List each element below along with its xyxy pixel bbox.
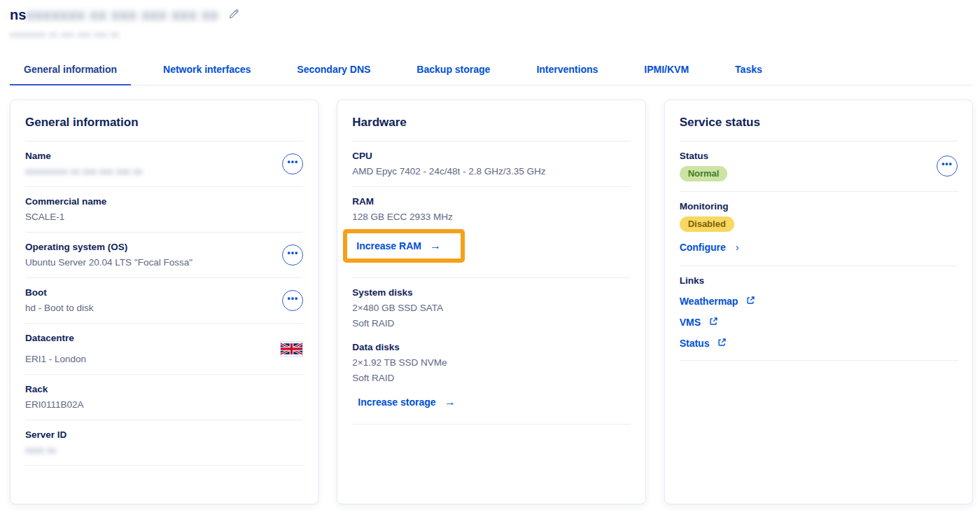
operating-system-row: Operating system (OS) Ubuntu Server 20.0… — [25, 233, 303, 277]
divider — [352, 424, 630, 425]
commercial-name-value: SCALE-1 — [25, 212, 64, 222]
hardware-title: Hardware — [352, 116, 630, 130]
increase-ram-label: Increase RAM — [356, 240, 421, 251]
operating-system-menu-button[interactable]: ••• — [282, 244, 303, 266]
page-title-prefix: ns — [10, 7, 26, 23]
status-label: Status — [680, 151, 708, 161]
page-title: nsxxxxxxx xx xxx xxx xxx xx — [10, 7, 219, 23]
status-badge: Normal — [680, 166, 728, 181]
tab-ipmi-kvm[interactable]: IPMI/KVM — [630, 57, 703, 85]
weathermap-link[interactable]: Weathermap — [680, 296, 756, 307]
status-menu-button[interactable]: ••• — [937, 156, 958, 177]
datacentre-row: Datacentre ERI1 - London — [25, 324, 303, 374]
monitoring-badge: Disabled — [680, 216, 734, 232]
boot-menu-button[interactable]: ••• — [282, 290, 303, 311]
system-disks-raid: Soft RAID — [352, 318, 394, 329]
tab-backup-storage[interactable]: Backup storage — [402, 57, 504, 85]
service-status-title: Service status — [680, 116, 958, 130]
boot-label: Boot — [25, 287, 47, 298]
name-menu-button[interactable]: ••• — [282, 153, 303, 174]
cpu-row: CPU AMD Epyc 7402 - 24c/48t - 2.8 GHz/3.… — [352, 142, 630, 186]
data-disks-label: Data disks — [352, 342, 400, 352]
system-disks-value: 2×480 GB SSD SATA — [352, 303, 443, 313]
cards-row: General information Name xxxxxxxxx xx xx… — [10, 99, 973, 504]
cpu-label: CPU — [352, 151, 372, 161]
uk-flag-icon — [280, 341, 303, 357]
general-information-card: General information Name xxxxxxxxx xx xx… — [10, 99, 318, 504]
external-link-icon — [718, 338, 727, 349]
configure-link[interactable]: Configure › — [680, 241, 739, 253]
datacentre-label: Datacentre — [25, 333, 74, 343]
rack-row: Rack ERI0111B02A — [25, 375, 303, 420]
external-link-icon — [746, 296, 755, 307]
page-header: nsxxxxxxx xx xxx xxx xxx xx — [10, 7, 973, 23]
vms-link[interactable]: VMS — [680, 317, 718, 328]
monitoring-label: Monitoring — [680, 201, 729, 212]
tab-network-interfaces[interactable]: Network interfaces — [149, 57, 265, 85]
rack-label: Rack — [25, 384, 48, 394]
links-label: Links — [680, 275, 704, 286]
server-id-label: Server ID — [25, 429, 66, 440]
monitoring-row: Monitoring Disabled Configure › — [680, 192, 958, 266]
status-link[interactable]: Status — [680, 338, 727, 349]
vms-label: VMS — [680, 317, 701, 328]
tab-tasks[interactable]: Tasks — [721, 57, 776, 85]
chevron-right-icon: › — [736, 241, 739, 253]
tab-general-information[interactable]: General information — [10, 57, 131, 85]
page-subtitle: xxxxxxxx xx xxx xxx xxx xx — [10, 30, 973, 39]
service-status-card: Service status Status Normal ••• Monitor… — [664, 99, 973, 504]
tab-interventions[interactable]: Interventions — [522, 57, 612, 85]
tab-secondary-dns[interactable]: Secondary DNS — [283, 57, 384, 85]
data-disks-value: 2×1.92 TB SSD NVMe — [352, 357, 447, 368]
system-disks-row: System disks 2×480 GB SSD SATA Soft RAID — [352, 278, 630, 333]
increase-storage-row: Increase storage → — [352, 386, 630, 424]
links-section: Links Weathermap VMS — [680, 266, 958, 360]
rack-value: ERI0111B02A — [25, 399, 84, 410]
increase-storage-link[interactable]: Increase storage → — [358, 396, 455, 408]
commercial-name-label: Commercial name — [25, 196, 106, 207]
data-disks-row: Data disks 2×1.92 TB SSD NVMe Soft RAID — [352, 333, 630, 386]
page-title-redacted: xxxxxxx xx xxx xxx xxx xx — [26, 7, 218, 23]
tab-bar: General information Network interfaces S… — [10, 57, 973, 85]
page-subtitle-redacted: xxxxxxxx xx xxx xxx xxx xx — [10, 30, 120, 39]
ram-label: RAM — [352, 196, 374, 207]
server-id-value-redacted: xxxx xx — [25, 445, 56, 455]
weathermap-label: Weathermap — [680, 296, 738, 307]
operating-system-label: Operating system (OS) — [25, 242, 127, 252]
ellipsis-icon: ••• — [288, 295, 299, 302]
divider — [25, 465, 303, 466]
status-row: Status Normal ••• — [680, 142, 958, 191]
datacentre-value: ERI1 - London — [25, 354, 86, 364]
right-arrow-icon: → — [444, 396, 456, 408]
increase-ram-highlight-box: Increase RAM → — [343, 229, 465, 263]
name-value-redacted: xxxxxxxxx xx xxx xxx xxx xx — [25, 166, 142, 177]
name-label: Name — [25, 151, 51, 161]
boot-row: Boot hd - Boot to disk ••• — [25, 278, 303, 323]
increase-storage-label: Increase storage — [358, 397, 435, 408]
status-link-label: Status — [680, 338, 710, 349]
hardware-card: Hardware CPU AMD Epyc 7402 - 24c/48t - 2… — [337, 99, 645, 504]
boot-value: hd - Boot to disk — [25, 303, 94, 313]
ellipsis-icon: ••• — [941, 160, 953, 167]
commercial-name-row: Commercial name SCALE-1 — [25, 187, 303, 232]
system-disks-label: System disks — [352, 287, 412, 298]
cpu-value: AMD Epyc 7402 - 24c/48t - 2.8 GHz/3.35 G… — [352, 166, 545, 177]
ellipsis-icon: ••• — [288, 158, 299, 165]
external-link-icon — [709, 317, 718, 328]
server-id-row: Server ID xxxx xx — [25, 420, 303, 465]
data-disks-raid: Soft RAID — [352, 373, 394, 383]
configure-label: Configure — [680, 242, 726, 253]
server-dashboard-page: nsxxxxxxx xx xxx xxx xxx xx xxxxxxxx xx … — [0, 0, 980, 504]
ram-value: 128 GB ECC 2933 MHz — [352, 212, 452, 222]
ram-row: RAM 128 GB ECC 2933 MHz Increase RAM → — [352, 187, 630, 277]
edit-title-button[interactable] — [227, 8, 240, 22]
general-information-title: General information — [25, 116, 303, 130]
pencil-icon — [227, 8, 240, 22]
right-arrow-icon: → — [430, 240, 441, 252]
name-row: Name xxxxxxxxx xx xxx xxx xxx xx ••• — [25, 142, 303, 186]
divider — [680, 360, 958, 361]
operating-system-value: Ubuntu Server 20.04 LTS "Focal Fossa" — [25, 257, 192, 268]
ellipsis-icon: ••• — [288, 249, 299, 256]
increase-ram-link[interactable]: Increase RAM → — [356, 240, 441, 252]
